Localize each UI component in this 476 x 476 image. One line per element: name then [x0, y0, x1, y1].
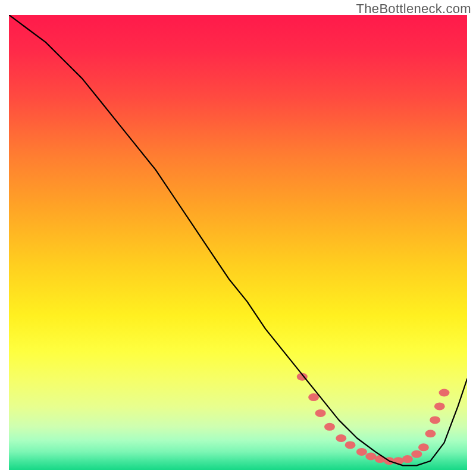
bottleneck-curve [9, 15, 467, 465]
marker-dot [324, 423, 335, 431]
marker-dot [402, 455, 413, 463]
marker-dot [345, 441, 356, 449]
marker-dot [430, 416, 440, 424]
marker-dots [297, 373, 450, 465]
plot-area [9, 15, 467, 470]
marker-dot [375, 455, 386, 463]
marker-dot [434, 402, 445, 410]
watermark-text: TheBottleneck.com [356, 1, 471, 17]
marker-dot [411, 450, 422, 458]
marker-dot [418, 443, 429, 451]
chart-stage: TheBottleneck.com [0, 0, 476, 476]
chart-foreground [9, 15, 467, 470]
marker-dot [425, 430, 436, 437]
marker-dot [356, 448, 367, 456]
marker-dot [315, 409, 326, 417]
marker-dot [308, 393, 319, 401]
marker-dot [439, 389, 450, 397]
marker-dot [336, 434, 346, 442]
marker-dot [365, 453, 376, 461]
